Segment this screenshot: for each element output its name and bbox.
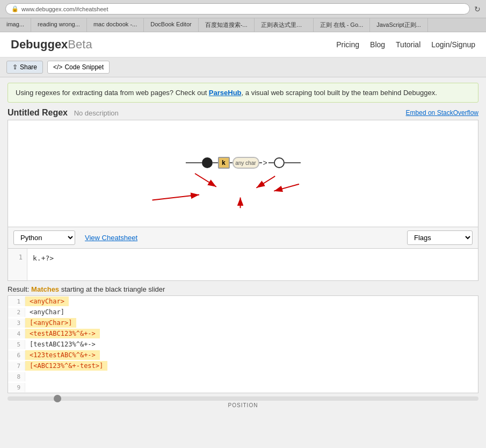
line-4 — [269, 162, 274, 163]
result-num-4: 4 — [8, 329, 25, 338]
result-code-8 — [25, 375, 34, 378]
share-button[interactable]: ⇪ Share — [6, 61, 43, 74]
result-line: 3 [<anyChar>] — [8, 317, 478, 328]
result-line: 6 <123testABC%^&+-> — [8, 350, 478, 360]
toolbar: ⇪ Share </> Code Snippet — [0, 57, 486, 77]
result-code-1: <anyChar> — [25, 297, 69, 306]
browser-bar: 🔒 www.debuggex.com/#cheatsheet ↻ — [0, 0, 486, 18]
nav-login[interactable]: Login/Signup — [431, 40, 475, 49]
flags-select[interactable]: Flags IgnoreCase Multiline DotAll — [407, 230, 473, 245]
result-label: Result: Matches starting at the black tr… — [8, 285, 478, 293]
site-header: DebuggexBeta Pricing Blog Tutorial Login… — [0, 32, 486, 57]
view-cheatsheet-link[interactable]: View Cheatsheet — [85, 234, 137, 242]
result-num-8: 8 — [8, 372, 25, 381]
logo-beta: Beta — [68, 38, 92, 51]
regex-title-group: Untitled Regex No description — [8, 108, 119, 118]
regex-title-row: Untitled Regex No description Embed on S… — [8, 108, 478, 118]
result-num-9: 9 — [8, 383, 25, 392]
line-right — [285, 162, 301, 163]
result-line: 7 [<ABC123%^&+-test>] — [8, 360, 478, 371]
site-logo: DebuggexBeta — [11, 38, 92, 52]
parsehub-link[interactable]: ParseHub — [209, 89, 242, 97]
language-select[interactable]: Python JavaScript PCRE Go Java .NET — [13, 230, 75, 245]
browser-tabs: imag... reading wrong... mac docbook -..… — [0, 18, 486, 32]
nav-pricing[interactable]: Pricing — [336, 40, 359, 49]
share-label: Share — [20, 63, 37, 71]
result-num-7: 7 — [8, 362, 25, 371]
result-line: 4 <testABC123%^&+-> — [8, 328, 478, 339]
code-snippet-button[interactable]: </> Code Snippet — [47, 61, 110, 74]
banner: Using regexes for extracting data from w… — [8, 83, 478, 103]
regex-title: Untitled Regex — [8, 108, 68, 117]
node-end — [274, 157, 285, 168]
position-bar: POSITION — [8, 396, 478, 408]
result-num-2: 2 — [8, 308, 25, 317]
code-content[interactable]: k.+?> — [27, 249, 478, 280]
line-left — [185, 162, 201, 163]
position-label: POSITION — [8, 402, 478, 408]
result-code-5: [testABC123%^&+-> — [25, 339, 100, 349]
tab-0[interactable]: imag... — [0, 18, 31, 32]
result-code-7: [<ABC123%^&+-test>] — [25, 361, 107, 371]
line-3 — [259, 162, 262, 163]
result-line: 5 [testABC123%^&+-> — [8, 339, 478, 350]
tab-6[interactable]: 正则 在线 - Go... — [314, 18, 371, 32]
result-code-9 — [25, 386, 34, 388]
snippet-label: Code Snippet — [64, 63, 104, 71]
tab-3[interactable]: DocBook Editor — [144, 18, 198, 32]
tab-4[interactable]: 百度知道搜索-... — [199, 18, 255, 32]
result-matches: Matches — [31, 285, 59, 293]
address-text: www.debuggex.com/#cheatsheet — [21, 6, 108, 12]
result-code-3: [<anyChar>] — [25, 318, 76, 328]
address-bar[interactable]: 🔒 www.debuggex.com/#cheatsheet — [5, 3, 470, 15]
position-slider[interactable] — [8, 396, 478, 401]
nav-tutorial[interactable]: Tutorial — [396, 40, 420, 49]
svg-line-3 — [256, 176, 275, 188]
left-controls: Python JavaScript PCRE Go Java .NET View… — [13, 230, 137, 245]
node-anychar: any char — [232, 157, 259, 169]
result-line: 1 <anyChar> — [8, 296, 478, 307]
line-numbers: 1 — [8, 249, 27, 280]
code-icon: </> — [53, 63, 62, 71]
node-start — [201, 157, 212, 168]
embed-link[interactable]: Embed on StackOverflow — [406, 109, 478, 117]
diagram-area: 开始 结束 普通字符：< 普通字符：> 中间是任意字符串，一个或多个，尽量少 — [8, 120, 478, 227]
share-icon: ⇪ — [12, 63, 18, 71]
tab-7[interactable]: JavaScript正则... — [370, 18, 428, 32]
result-section: Result: Matches starting at the black tr… — [0, 285, 486, 393]
banner-text-after: , a visual web scraping tool built by th… — [242, 89, 437, 97]
controls-row: Python JavaScript PCRE Go Java .NET View… — [8, 227, 478, 249]
diagram-nodes: k any char > — [185, 157, 300, 169]
refresh-button[interactable]: ↻ — [474, 5, 481, 13]
lock-icon: 🔒 — [11, 5, 19, 12]
nav-blog[interactable]: Blog — [370, 40, 385, 49]
result-num-3: 3 — [8, 319, 25, 328]
result-line: 8 — [8, 371, 478, 382]
nav-links: Pricing Blog Tutorial Login/Signup — [336, 40, 475, 49]
result-num-1: 1 — [8, 297, 25, 306]
result-line: 2 <anyChar] — [8, 307, 478, 317]
banner-text-before: Using regexes for extracting data from w… — [16, 89, 209, 97]
regex-description: No description — [74, 109, 119, 117]
regex-section: Untitled Regex No description Embed on S… — [8, 108, 478, 281]
svg-line-4 — [274, 184, 299, 191]
node-k: k — [217, 157, 229, 169]
svg-line-2 — [195, 174, 216, 187]
result-num-5: 5 — [8, 340, 25, 349]
line-1 — [212, 162, 217, 163]
tab-1[interactable]: reading wrong... — [31, 18, 87, 32]
result-prefix: Result: — [8, 285, 31, 293]
node-gt: > — [263, 158, 267, 167]
result-code-2: <anyChar] — [25, 307, 69, 317]
tab-2[interactable]: mac docbook -... — [87, 18, 144, 32]
result-suffix: starting at the black triangle slider — [59, 285, 165, 293]
code-editor: 1 k.+?> — [8, 249, 478, 281]
result-code-6: <123testABC%^&+-> — [25, 350, 100, 360]
result-code-4: <testABC123%^&+-> — [25, 329, 100, 338]
logo-main: Debuggex — [11, 38, 68, 51]
tab-5[interactable]: 正则表达式里边... — [255, 18, 314, 32]
result-num-6: 6 — [8, 351, 25, 360]
result-line: 9 — [8, 382, 478, 393]
code-line-1: k.+?> — [33, 254, 54, 262]
result-area: 1 <anyChar> 2 <anyChar] 3 [<anyChar>] 4 … — [8, 295, 478, 393]
